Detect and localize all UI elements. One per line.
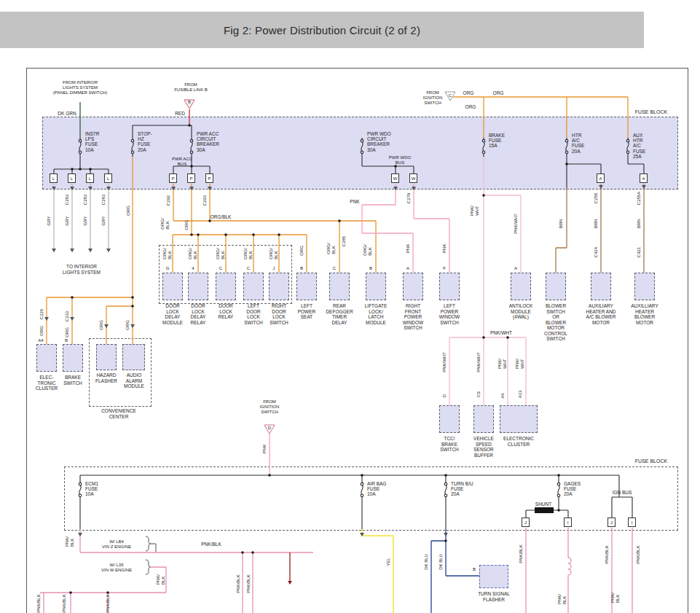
connector-pin: L [50, 173, 58, 183]
connector-pin: P [169, 173, 177, 183]
label-fuse_block1-pwr_wdo_bus: PWR WDO BUS [389, 155, 411, 165]
label-components-7-label: LIFTGATE LOCK/ LATCH MODULE [365, 303, 388, 325]
label-wires-dkblu-0: DK BLU [424, 554, 429, 570]
label-wires-liftgate_orgblk: ORG/ BLK [363, 244, 373, 255]
component-box [511, 273, 531, 300]
label-left_components-3-label: AUDIO ALARM MODULE [124, 372, 144, 389]
label-mid_components-1-label: VEHICLE SPEED SENSOR BUFFER [473, 436, 494, 458]
label-wires-pnkwht_h: PNK/WHT [490, 330, 512, 335]
label-fuse_block1-fuses-3: PWR WDO CIRCUIT BREAKER 30A [367, 131, 391, 152]
label-wires-gry-1: GRY [65, 216, 70, 226]
label-wires-org_stop: ORG [126, 206, 131, 216]
component-box [96, 344, 117, 370]
label-wires-defog_orgblk: ORG/ BLK [326, 243, 337, 254]
label-components-1-label: DOOR LOCK DELAY RELAY [191, 303, 206, 325]
label-wires-c255a: C255A [637, 192, 642, 205]
label-wires-brn-0: BRN [559, 219, 564, 229]
label-sources-ignition1: FROM IGNITION SWITCH [423, 90, 443, 106]
label-wires-brn-1: BRN [594, 219, 599, 229]
connector-pin: A [597, 173, 605, 183]
label-wires-c285: C285 [342, 236, 347, 246]
label-wires-orgblk_h: ORG/BLK [211, 214, 232, 219]
label-mid_components-1-pin: C9 [476, 391, 481, 397]
label-mid_components-2-pin2: A13 [518, 391, 523, 399]
component-box [122, 344, 145, 370]
label-wires-org_mid: ORG [184, 220, 189, 230]
label-wires-c283-2: C283 [101, 195, 106, 205]
label-fuse_block2-ign_bus: IGN BUS [613, 490, 632, 495]
label-wires-pnkblk_v-2: PNK/BLK [236, 574, 241, 593]
label-wires-pnkblk_v-11: PNK/BLK [106, 594, 111, 612]
label-mid_components-2-label: ELECTRONIC CLUSTER [503, 436, 534, 447]
label-mid_components-0-label: TCC/ BRAKE SWITCH [440, 436, 459, 453]
label-components-9-label: LEFT POWER WINDOW SWITCH [439, 303, 460, 325]
component-box [216, 273, 236, 300]
label-left_components-0-label: ELEC- TRONIC CLUSTER [36, 375, 58, 391]
label-components-4-label: RIGHT DOOR LOCK SWITCH [270, 303, 288, 325]
label-wires-org_left-2: ORG [99, 320, 104, 330]
label-components-10-label: ANTILOCK MODULE (4WAL) [509, 303, 533, 320]
label-wires-gry-0: GRY [47, 216, 52, 226]
component-box [479, 565, 508, 588]
label-wires-door_drops-2: ORG/ BLK [216, 248, 226, 259]
label-fuse_block2-fuses-1: AIR BAG FUSE 10A [367, 481, 386, 497]
label-components-13-label: AUXILLIARY HEATER BLOWER MOTOR [631, 303, 658, 325]
label-components-10-pin: A [514, 266, 517, 270]
label-wires-gry-2: GRY [83, 216, 88, 226]
source-triangles [184, 92, 455, 434]
label-wires-org_top-1: ORG [493, 90, 504, 95]
label-wires-org_top-2: ORG [465, 104, 476, 109]
label-wires-door_drops-3: ORG/ BLK [243, 248, 253, 259]
label-wires-orgblk_left: ORG/ BLK [160, 218, 170, 229]
label-wires-pnkwht_abs: PNK/WHT [514, 214, 519, 234]
connector-pin: L [104, 173, 112, 183]
label-wires-pnkwht_drops-0: PNK/WHT [442, 352, 447, 372]
label-wires-door_drops-4: ORG/ BLK [269, 248, 279, 259]
label-sources-fusible: FROM FUSIBLE LINK B [174, 82, 208, 93]
connector-pin: W [391, 173, 399, 183]
label-convenience_center: CONVENIENCE CENTER [101, 408, 136, 419]
label-wires-pnkblk_v-0: PNK/ BLK [65, 536, 75, 547]
label-components-8-label: RIGHT FRONT POWER WINDOW SWITCH [403, 303, 424, 331]
label-wires-org_left-0: ORG [39, 326, 44, 336]
connector-pin: P [187, 173, 195, 183]
label-wires-pnkwht_drops-3: PNK/ WHT [515, 359, 525, 369]
label-wires-door_drops-1: ORG/ BLK [188, 248, 198, 259]
label-wires-red: RED [175, 111, 185, 116]
wire-yellow [362, 529, 393, 613]
label-wires-pnk-0: PNK [406, 244, 411, 253]
label-left_components-1-label: BRAKE SWITCH [63, 375, 82, 386]
label-components-5-label: LEFT POWER SEAT [298, 303, 316, 320]
label-components-6-pin: C [333, 266, 336, 270]
label-mid_components-0-pin: D [442, 394, 447, 397]
label-fuse_block1-fuses-6: AUX HTR A/C FUSE 25A [633, 133, 645, 159]
label-wires-pnk_h: PNK [350, 199, 359, 204]
label-sources-interior: FROM INTERIOR LIGHTS SYSTEM (PANEL DIMME… [53, 80, 107, 95]
label-left_components-1-pin: B [65, 338, 68, 343]
label-components-2-label: DOOR LOCK RELAY [219, 303, 234, 320]
component-box [366, 273, 386, 300]
label-wires-c421: C421 [637, 247, 642, 257]
shunt-bar [535, 507, 554, 513]
component-box [546, 273, 566, 300]
label-wires-c283-1: C283 [83, 195, 88, 205]
connector-pin: P [205, 173, 213, 183]
label-wires-c283-0: C283 [65, 195, 70, 205]
label-wires-pnkblk_v-5: PNK/ BLK [557, 594, 567, 604]
component-box [634, 273, 655, 300]
label-components-5-pin: B [300, 266, 303, 270]
label-wires-c258: C258 [594, 193, 599, 203]
label-wires-c292: C292 [166, 195, 171, 206]
label-wires-pnkblk_v-4: PNK/BLK [519, 544, 524, 563]
connector-pin: L [86, 173, 94, 183]
label-wires-pnk-1: PNK [442, 244, 447, 253]
label-wires-pnkwht_main: PNK/ WHT [470, 206, 480, 216]
label-wires-pnkblk_v-7: PNK/BLK [636, 545, 641, 563]
label-components-3-label: LEFT DOOR LOCK SWITCH [244, 303, 263, 325]
label-wires-dk_grn: DK GRN [58, 111, 76, 116]
label-wires-c226: C226 [39, 309, 44, 319]
label-fuse_block1-fuses-0: INSTR LPS FUSE 10A [85, 131, 100, 152]
label-wires-pnkblk_v-10: PNK/BLK [62, 594, 67, 612]
label-wires-pnkblk_h: PNK/BLK [201, 542, 221, 547]
component-box [473, 405, 494, 433]
